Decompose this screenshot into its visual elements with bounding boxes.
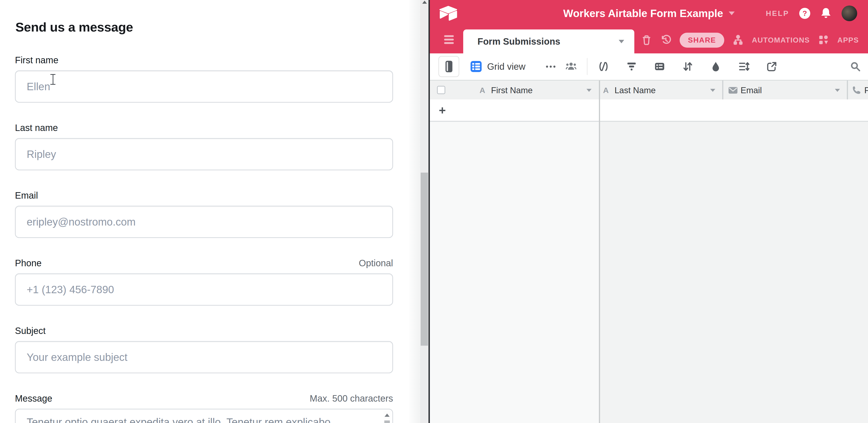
primary-column-divider — [599, 81, 600, 423]
column-menu-chevron-icon[interactable] — [710, 89, 715, 92]
message-text: Tenetur optio quaerat expedita vero at i… — [27, 416, 331, 423]
phone-optional-hint: Optional — [359, 258, 393, 268]
column-separator[interactable] — [722, 81, 723, 100]
tables-menu-icon[interactable] — [444, 35, 454, 46]
color-icon[interactable] — [710, 61, 721, 72]
column-header-phone[interactable]: Phone — [864, 81, 868, 100]
column-header-email[interactable]: Email — [741, 81, 762, 100]
share-button[interactable]: SHARE — [680, 33, 724, 48]
subject-input[interactable] — [15, 341, 393, 373]
scroll-up-arrow-icon[interactable] — [384, 414, 390, 417]
page-scrollbar-thumb[interactable] — [421, 173, 428, 346]
email-label: Email — [15, 190, 38, 201]
view-toolbar: Grid view — [430, 53, 868, 80]
column-separator[interactable] — [847, 81, 848, 100]
filter-icon[interactable] — [626, 61, 637, 72]
table-empty-area — [430, 122, 599, 423]
trash-icon[interactable] — [641, 34, 652, 46]
email-field-type-icon — [728, 86, 738, 95]
phone-group: Phone Optional — [15, 257, 393, 306]
view-name-button[interactable]: Grid view — [487, 53, 526, 80]
first-name-group: First name — [15, 54, 393, 103]
select-all-checkbox[interactable] — [437, 86, 445, 94]
text-field-type-icon: A — [479, 81, 485, 100]
automations-icon[interactable] — [733, 34, 744, 46]
apps-icon[interactable] — [818, 34, 829, 46]
table-tabs-bar: Form Submissions SHARE — [430, 27, 868, 53]
text-cursor-icon — [50, 74, 56, 85]
hide-fields-icon[interactable] — [598, 61, 609, 72]
message-maxchars-hint: Max. 500 characters — [310, 393, 393, 404]
message-scrollbar-thumb[interactable] — [384, 420, 390, 423]
table-empty-area — [599, 122, 868, 423]
airtable-logo-icon[interactable] — [439, 5, 458, 22]
grid-view-icon — [471, 61, 482, 72]
notifications-bell-icon[interactable] — [820, 7, 831, 19]
tab-form-submissions[interactable]: Form Submissions — [463, 29, 634, 53]
airtable-topbar: Workers Airtable Form Example HELP ? — [430, 0, 868, 27]
column-header-last-name[interactable]: Last Name — [615, 81, 656, 100]
tab-label: Form Submissions — [477, 36, 560, 47]
sidebar-panel-icon — [445, 61, 453, 72]
help-question-icon[interactable]: ? — [799, 8, 810, 19]
last-name-label: Last name — [15, 123, 58, 133]
phone-field-type-icon — [851, 86, 862, 95]
message-group: Message Max. 500 characters — [15, 393, 393, 409]
add-record-button[interactable]: + — [439, 99, 446, 121]
last-name-input[interactable] — [15, 138, 393, 170]
history-icon[interactable] — [660, 34, 671, 46]
tab-chevron-down-icon — [619, 40, 624, 43]
page-title: Send us a message — [16, 20, 133, 34]
email-group: Email — [15, 190, 393, 238]
text-field-type-icon: A — [603, 81, 609, 100]
email-input[interactable] — [15, 206, 393, 238]
base-title: Workers Airtable Form Example — [563, 7, 723, 20]
view-options-dots-icon[interactable] — [546, 53, 555, 80]
screenshot-root: Send us a message First name Last name E… — [0, 0, 868, 423]
message-scrollbar[interactable] — [384, 411, 391, 423]
toolbar-divider — [587, 58, 587, 75]
automations-button[interactable]: AUTOMATIONS — [752, 36, 810, 44]
apps-button[interactable]: APPS — [837, 36, 859, 44]
search-icon[interactable] — [850, 61, 861, 72]
column-menu-chevron-icon[interactable] — [587, 89, 592, 92]
first-name-label: First name — [15, 55, 58, 65]
contact-form-pane: Send us a message First name Last name E… — [0, 0, 409, 423]
subject-group: Subject — [15, 325, 393, 373]
phone-label: Phone — [15, 258, 42, 268]
row-height-icon[interactable] — [738, 61, 749, 72]
subject-label: Subject — [15, 326, 45, 336]
help-button[interactable]: HELP — [766, 9, 789, 18]
views-sidebar-toggle-button[interactable] — [438, 56, 459, 77]
column-header-first-name[interactable]: First Name — [491, 81, 533, 100]
message-label: Message — [15, 393, 52, 404]
message-textarea[interactable]: Tenetur optio quaerat expedita vero at i… — [15, 409, 393, 423]
sort-icon[interactable] — [682, 61, 693, 72]
collaborators-icon[interactable] — [565, 61, 577, 72]
last-name-group: Last name — [15, 122, 393, 170]
first-name-input[interactable] — [15, 70, 393, 103]
base-title-menu[interactable]: Workers Airtable Form Example — [563, 0, 735, 27]
table-header-row: A First Name A Last Name Email Phone — [430, 80, 868, 101]
page-scroll-up-arrow-icon[interactable] — [422, 1, 427, 4]
column-menu-chevron-icon[interactable] — [835, 89, 840, 92]
airtable-pane: Workers Airtable Form Example HELP ? For… — [430, 0, 868, 423]
phone-input[interactable] — [15, 273, 393, 306]
user-avatar[interactable] — [842, 5, 857, 21]
share-view-icon[interactable] — [766, 61, 777, 72]
chevron-down-icon — [728, 11, 735, 15]
group-icon[interactable] — [654, 61, 665, 72]
table-add-row: + — [430, 99, 868, 122]
